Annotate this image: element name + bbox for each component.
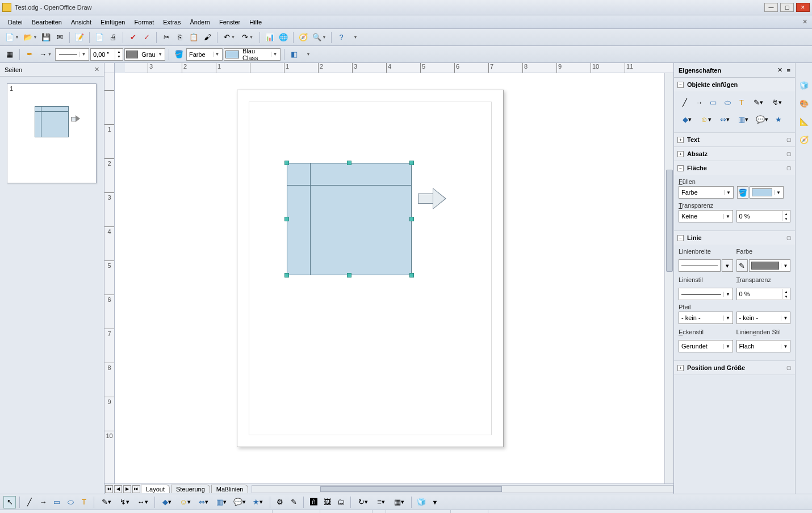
corner-select[interactable]: Gerundet▼ bbox=[679, 340, 733, 352]
insert-text-icon[interactable]: T bbox=[735, 96, 748, 108]
pages-panel-close-icon[interactable]: ✕ bbox=[94, 66, 99, 73]
sidebar-gallery-icon[interactable]: 🎨 bbox=[798, 97, 810, 110]
fontwork-tool[interactable]: 🅰 bbox=[307, 496, 320, 508]
text-tool[interactable]: T bbox=[78, 496, 90, 508]
new-button[interactable]: 📄▼ bbox=[3, 31, 20, 44]
menu-ansicht[interactable]: Ansicht bbox=[66, 17, 96, 27]
save-button[interactable]: 💾 bbox=[40, 31, 52, 44]
insert-ellipse-icon[interactable]: ⬭ bbox=[721, 96, 734, 108]
fill-mode-select[interactable]: Farbe▼ bbox=[679, 186, 734, 199]
menu-bearbeiten[interactable]: Bearbeiten bbox=[27, 17, 66, 27]
linestyle-select[interactable]: ▼ bbox=[679, 288, 733, 300]
callouts-tool[interactable]: 💬▾ bbox=[231, 496, 248, 508]
edit-file-button[interactable]: 📝 bbox=[73, 31, 86, 44]
properties-close-icon[interactable]: ✕ bbox=[777, 66, 782, 74]
menu-datei[interactable]: Datei bbox=[3, 17, 27, 27]
stars-tool[interactable]: ★▾ bbox=[249, 496, 266, 508]
sidebar-styles-icon[interactable]: 📐 bbox=[798, 115, 810, 128]
redo-button[interactable]: ↷▼ bbox=[239, 31, 256, 44]
arrow-shape[interactable] bbox=[418, 188, 446, 209]
document-close-icon[interactable]: ✕ bbox=[802, 18, 807, 26]
insert-arrow-icon[interactable]: → bbox=[693, 96, 705, 108]
rotate-tool[interactable]: ↻▾ bbox=[354, 496, 371, 508]
fill-color-select[interactable]: ▼ bbox=[750, 186, 784, 199]
align-tool[interactable]: ≡▾ bbox=[372, 496, 390, 508]
block-arrows-tool[interactable]: ⇔▾ bbox=[195, 496, 212, 508]
toolbar-overflow-icon[interactable]: ▼ bbox=[349, 31, 361, 44]
arrange-tool[interactable]: ▦▾ bbox=[391, 496, 408, 508]
drawing-canvas[interactable] bbox=[115, 73, 673, 483]
hyperlink-button[interactable]: 🌐 bbox=[277, 31, 290, 44]
copy-button[interactable]: ⎘ bbox=[174, 31, 186, 44]
chart-button[interactable]: 📊 bbox=[263, 31, 276, 44]
tab-nav-next[interactable]: ▶ bbox=[123, 485, 131, 493]
selection-handle[interactable] bbox=[409, 217, 414, 221]
line-width-spinner[interactable]: 0,00 " ▲▼ bbox=[90, 48, 123, 61]
vertical-ruler[interactable]: 12 345 678 910 bbox=[104, 73, 115, 483]
stars-icon[interactable]: ★ bbox=[772, 113, 785, 125]
gallery-tool[interactable]: 🗂 bbox=[334, 496, 347, 508]
tab-masslinien[interactable]: Maßlinien bbox=[211, 485, 249, 493]
linecolor-select[interactable]: ▼ bbox=[749, 259, 791, 272]
arrange-button[interactable]: ▦ bbox=[3, 48, 16, 61]
properties-menu-icon[interactable]: ≡ bbox=[787, 67, 790, 74]
menu-einfuegen[interactable]: Einfügen bbox=[96, 17, 129, 27]
page-thumbnail-1[interactable]: 1 bbox=[7, 83, 97, 183]
rectangle-tool[interactable]: ▭ bbox=[51, 496, 63, 508]
maximize-button[interactable]: ▢ bbox=[780, 3, 794, 12]
tab-nav-first[interactable]: ⏮ bbox=[105, 485, 113, 493]
symbol-shapes-icon[interactable]: ☺▾ bbox=[697, 113, 714, 125]
menu-aendern[interactable]: Ändern bbox=[185, 17, 214, 27]
select-tool[interactable]: ↖ bbox=[3, 496, 16, 508]
line-color-combo[interactable]: Grau ▼ bbox=[124, 48, 165, 61]
sidebar-navigator-icon[interactable]: 🧭 bbox=[798, 133, 810, 146]
insert-connector-icon[interactable]: ↯▾ bbox=[768, 96, 785, 108]
line-type-combo[interactable]: ▼ bbox=[55, 48, 89, 61]
section-area-header[interactable]: −Fläche▢ bbox=[674, 161, 795, 175]
flowchart-icon[interactable]: ▥▾ bbox=[735, 113, 752, 125]
menu-extras[interactable]: Extras bbox=[158, 17, 185, 27]
insert-rect-icon[interactable]: ▭ bbox=[707, 96, 719, 108]
line-style-button[interactable]: ✒ bbox=[23, 48, 36, 61]
selection-handle[interactable] bbox=[409, 161, 414, 165]
shadow-button[interactable]: ◧ bbox=[288, 48, 300, 61]
lines-arrows-tool[interactable]: ↔▾ bbox=[134, 496, 151, 508]
line-tool[interactable]: ╱ bbox=[23, 496, 36, 508]
undo-button[interactable]: ↶▼ bbox=[221, 31, 238, 44]
selection-handle[interactable] bbox=[409, 273, 414, 277]
selection-handle[interactable] bbox=[347, 273, 351, 277]
curve-tool[interactable]: ✎▾ bbox=[98, 496, 115, 508]
linewidth-dropdown[interactable]: ▾ bbox=[722, 259, 733, 272]
menu-format[interactable]: Format bbox=[129, 17, 158, 27]
transparency-value-spinner[interactable]: 0 %▲▼ bbox=[736, 210, 791, 222]
email-button[interactable]: ✉ bbox=[53, 31, 66, 44]
menu-fenster[interactable]: Fenster bbox=[215, 17, 245, 27]
open-button[interactable]: 📂▼ bbox=[22, 31, 39, 44]
extrusion-tool[interactable]: 🧊 bbox=[415, 496, 428, 508]
symbol-shapes-tool[interactable]: ☺▾ bbox=[177, 496, 194, 508]
arrow-end-select[interactable]: - kein -▼ bbox=[736, 312, 791, 324]
navigator-button[interactable]: 🧭 bbox=[297, 31, 309, 44]
tab-nav-last[interactable]: ⏭ bbox=[132, 485, 140, 493]
zoom-button[interactable]: 🔍▼ bbox=[311, 31, 328, 44]
linecolor-pen-icon[interactable]: ✎ bbox=[736, 259, 748, 272]
area-style-button[interactable]: 🪣 bbox=[173, 48, 185, 61]
transparency-mode-select[interactable]: Keine▼ bbox=[679, 210, 733, 222]
zoom-level[interactable]: 62 % bbox=[786, 510, 812, 513]
section-paragraph-header[interactable]: +Absatz▢ bbox=[674, 147, 795, 161]
from-file-tool[interactable]: 🖼 bbox=[321, 496, 333, 508]
tab-layout[interactable]: Layout bbox=[141, 485, 170, 493]
autospellcheck-button[interactable]: ✓ bbox=[140, 31, 153, 44]
print-button[interactable]: 🖨 bbox=[107, 31, 119, 44]
tab-nav-prev[interactable]: ◀ bbox=[114, 485, 122, 493]
cut-button[interactable]: ✂ bbox=[160, 31, 173, 44]
arrow-start-select[interactable]: - kein -▼ bbox=[679, 312, 733, 324]
tab-steuerung[interactable]: Steuerung bbox=[171, 485, 210, 493]
vertical-scrollbar[interactable] bbox=[664, 73, 673, 483]
fill-bucket-icon[interactable]: 🪣 bbox=[737, 186, 748, 199]
arrow-tool[interactable]: → bbox=[37, 496, 49, 508]
gluepoints-tool[interactable]: ✎ bbox=[287, 496, 300, 508]
selected-rectangle-shape[interactable] bbox=[287, 163, 412, 275]
horizontal-ruler[interactable]: 321 12 345 678 91011 bbox=[125, 63, 673, 73]
minimize-button[interactable]: — bbox=[764, 3, 778, 12]
